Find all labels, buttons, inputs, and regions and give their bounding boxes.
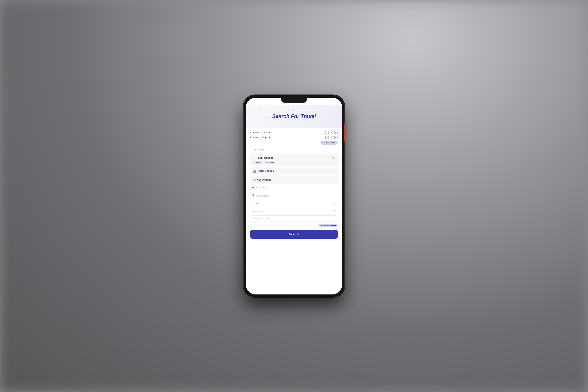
date-of-travel-input[interactable] (250, 185, 338, 191)
svg-point-26 (335, 118, 335, 118)
svg-line-11 (323, 111, 331, 122)
app-content: Search For Travel Number of Travellers –… (246, 98, 342, 294)
travellers-decrement[interactable]: – (325, 131, 329, 134)
flight-options-title: Flight Options (257, 156, 273, 160)
svg-point-24 (322, 122, 323, 122)
travellers-row: Number of Travellers – 8 + (250, 131, 338, 134)
svg-point-21 (266, 118, 267, 118)
car-options-card[interactable]: 🛏 Car Options (250, 176, 338, 184)
hotel-icon: 🏨 (253, 169, 256, 173)
origin-container: Origin ∨ (250, 200, 338, 206)
travellers-label: Number of Travellers (250, 131, 272, 134)
header-area: Search For Travel (246, 105, 342, 128)
notch (281, 98, 307, 103)
flight-icon: ✈ (253, 156, 255, 160)
svg-line-1 (273, 110, 294, 114)
svg-line-14 (331, 111, 335, 118)
bags-row: Number of Bags / Pax – 8 + (250, 136, 338, 140)
calendar-icon-travel: 📅 (252, 187, 255, 189)
children-tag: 2 Children (264, 161, 276, 164)
bags-counter: – 8 + (325, 136, 338, 140)
trip-budget-input[interactable] (250, 146, 338, 153)
svg-point-18 (293, 109, 295, 110)
svg-line-12 (253, 108, 260, 112)
svg-line-13 (253, 112, 267, 118)
search-button[interactable]: Search (250, 230, 338, 239)
bags-increment[interactable]: + (334, 136, 338, 140)
destination-select[interactable]: Destination (250, 208, 338, 214)
travellers-counter: – 8 + (325, 131, 338, 134)
flight-options-header: ✈ Flight Options ✏️ (253, 156, 335, 160)
svg-point-25 (253, 112, 253, 112)
form-body: Number of Travellers – 8 + Number of Bag… (246, 128, 342, 244)
travellers-increment[interactable]: + (334, 131, 338, 134)
car-icon: 🛏 (253, 178, 256, 182)
duration-input[interactable] (250, 216, 338, 222)
car-options-title: Car Options (257, 178, 271, 181)
phone-shell: Search For Travel Number of Travellers –… (244, 95, 344, 297)
add-options-button[interactable]: + Add Options (320, 140, 338, 144)
date-of-return-input[interactable] (250, 192, 338, 199)
add-options-container: + Add Options (250, 140, 338, 144)
hotel-options-card[interactable]: 🏨 Hotel Options (250, 167, 338, 175)
destination-container: Destination ∨ (250, 208, 338, 214)
svg-line-3 (315, 111, 331, 115)
car-options-header: 🛏 Car Options (253, 178, 335, 182)
svg-point-22 (284, 120, 285, 121)
flight-tags: 2 Adults 2 Children (253, 161, 335, 164)
date-return-container: 📅 (250, 192, 338, 199)
hotel-options-header: 🏨 Hotel Options (253, 169, 335, 173)
add-destination-row: + Add Destination (250, 224, 338, 227)
date-travel-container: 📅 (250, 185, 338, 191)
svg-line-10 (260, 108, 267, 118)
flight-options-card[interactable]: ✈ Flight Options ✏️ 2 Adults 2 Children (250, 154, 338, 166)
bags-label: Number of Bags / Pax (250, 136, 273, 139)
travellers-value: 8 (330, 131, 333, 134)
adults-tag: 2 Adults (253, 161, 263, 164)
hotel-options-title: Hotel Options (258, 170, 274, 172)
phone-screen: Search For Travel Number of Travellers –… (246, 98, 342, 294)
app-title: Search For Travel (272, 113, 316, 120)
calendar-icon-return: 📅 (252, 194, 255, 197)
flight-edit-icon[interactable]: ✏️ (332, 156, 335, 160)
car-options-left: 🛏 Car Options (253, 178, 271, 182)
hotel-options-left: 🏨 Hotel Options (253, 169, 274, 173)
svg-point-16 (259, 108, 260, 108)
svg-line-0 (260, 108, 273, 114)
origin-select[interactable]: Origin (250, 200, 338, 206)
bags-value: 8 (330, 136, 333, 139)
svg-point-20 (331, 110, 332, 111)
flight-options-left: ✈ Flight Options (253, 156, 273, 160)
add-destination-button[interactable]: + Add Destination (319, 224, 338, 227)
bags-decrement[interactable]: – (325, 136, 329, 140)
svg-line-15 (323, 118, 335, 122)
